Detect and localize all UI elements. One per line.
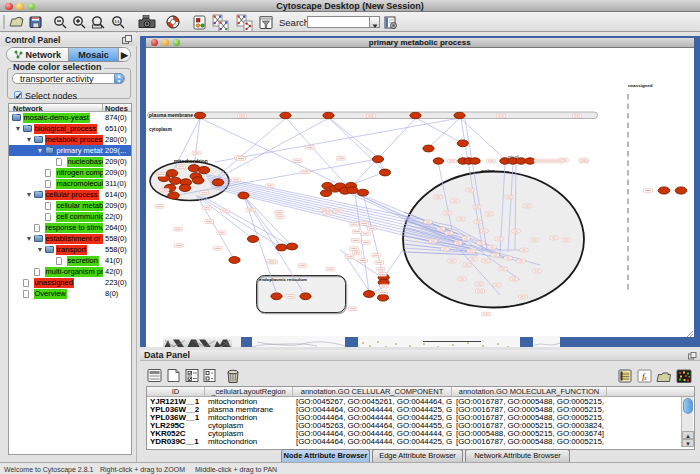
svg-text:nucleus: nucleus: [481, 169, 495, 173]
svg-text:unassigned: unassigned: [628, 83, 653, 88]
svg-text:pda-g6: pda-g6: [508, 155, 519, 159]
svg-text:fₓ: fₓ: [642, 372, 647, 381]
svg-text:1:1: 1:1: [114, 20, 119, 24]
svg-text:cytoplasm: cytoplasm: [149, 127, 172, 132]
svg-text:plasma membrane: plasma membrane: [149, 112, 193, 118]
svg-text:mitochondrion: mitochondrion: [174, 159, 208, 164]
svg-text:endoplasmic reticulum: endoplasmic reticulum: [259, 277, 307, 282]
